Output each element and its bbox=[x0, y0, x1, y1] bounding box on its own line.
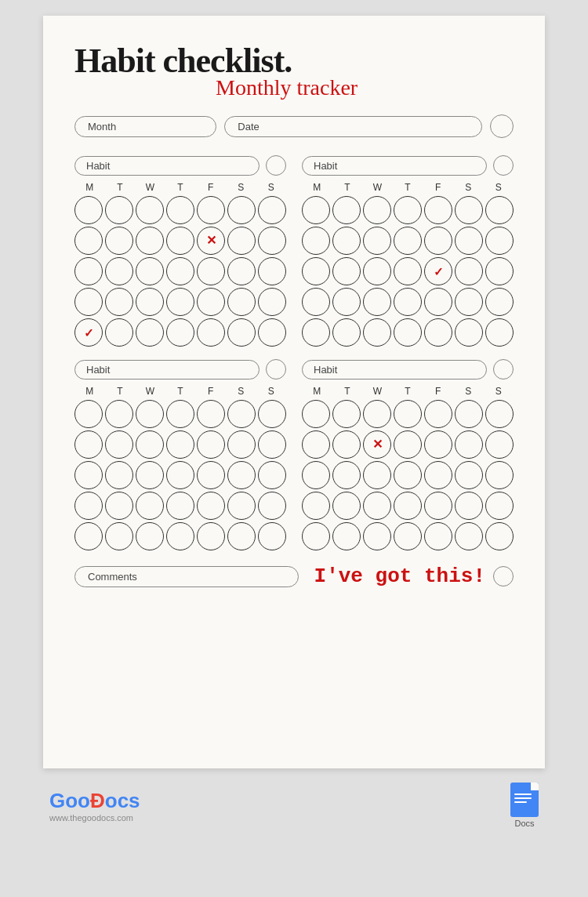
c4-3-3[interactable] bbox=[363, 461, 391, 489]
c4-2-7[interactable] bbox=[485, 430, 514, 459]
c4-4-5[interactable] bbox=[424, 492, 452, 520]
c4-5-7[interactable] bbox=[485, 522, 514, 550]
circle-1-4-6[interactable] bbox=[227, 288, 256, 316]
c3-2-4[interactable] bbox=[166, 430, 194, 459]
circle-1-2-3[interactable] bbox=[136, 227, 164, 255]
c4-4-7[interactable] bbox=[485, 492, 514, 520]
c4-3-6[interactable] bbox=[455, 461, 483, 489]
c3-4-4[interactable] bbox=[166, 492, 194, 520]
circle-1-1-4[interactable] bbox=[166, 196, 194, 224]
circle-1-5-6[interactable] bbox=[227, 318, 256, 347]
c3-3-3[interactable] bbox=[136, 461, 164, 489]
habit-label-2[interactable]: Habit bbox=[302, 156, 487, 176]
c4-1-1[interactable] bbox=[302, 400, 330, 428]
c4-2-3[interactable]: ✕ bbox=[363, 430, 391, 459]
c2-4-6[interactable] bbox=[455, 288, 483, 316]
circle-1-4-3[interactable] bbox=[136, 288, 164, 316]
c3-4-7[interactable] bbox=[258, 492, 286, 520]
c4-2-5[interactable] bbox=[424, 430, 452, 459]
c3-4-2[interactable] bbox=[105, 492, 133, 520]
circle-1-3-5[interactable] bbox=[197, 257, 225, 285]
c4-3-7[interactable] bbox=[485, 461, 514, 489]
c4-4-6[interactable] bbox=[455, 492, 483, 520]
c2-2-5[interactable] bbox=[424, 227, 452, 255]
c4-2-6[interactable] bbox=[455, 430, 483, 459]
c2-1-3[interactable] bbox=[363, 196, 391, 224]
c3-1-5[interactable] bbox=[197, 400, 225, 428]
c4-1-4[interactable] bbox=[394, 400, 422, 428]
c2-2-3[interactable] bbox=[363, 227, 391, 255]
c3-5-7[interactable] bbox=[258, 522, 286, 550]
c3-3-6[interactable] bbox=[227, 461, 256, 489]
c4-1-5[interactable] bbox=[424, 400, 452, 428]
c2-1-4[interactable] bbox=[394, 196, 422, 224]
c3-4-5[interactable] bbox=[197, 492, 225, 520]
c2-3-6[interactable] bbox=[455, 257, 483, 285]
circle-1-3-3[interactable] bbox=[136, 257, 164, 285]
circle-1-1-2[interactable] bbox=[105, 196, 133, 224]
c3-5-3[interactable] bbox=[136, 522, 164, 550]
circle-1-3-2[interactable] bbox=[105, 257, 133, 285]
c3-3-4[interactable] bbox=[166, 461, 194, 489]
c2-3-4[interactable] bbox=[394, 257, 422, 285]
c4-4-2[interactable] bbox=[332, 492, 361, 520]
c3-2-2[interactable] bbox=[105, 430, 133, 459]
c4-2-1[interactable] bbox=[302, 430, 330, 459]
habit-label-3[interactable]: Habit bbox=[74, 360, 260, 380]
c3-1-1[interactable] bbox=[74, 400, 103, 428]
c2-4-5[interactable] bbox=[424, 288, 452, 316]
c3-1-4[interactable] bbox=[166, 400, 194, 428]
c3-3-2[interactable] bbox=[105, 461, 133, 489]
circle-1-2-2[interactable] bbox=[105, 227, 133, 255]
c3-3-7[interactable] bbox=[258, 461, 286, 489]
c2-4-4[interactable] bbox=[394, 288, 422, 316]
circle-1-3-7[interactable] bbox=[258, 257, 286, 285]
c3-3-1[interactable] bbox=[74, 461, 103, 489]
c3-2-5[interactable] bbox=[197, 430, 225, 459]
c2-2-6[interactable] bbox=[455, 227, 483, 255]
c4-3-5[interactable] bbox=[424, 461, 452, 489]
c2-4-7[interactable] bbox=[485, 288, 514, 316]
c2-4-1[interactable] bbox=[302, 288, 330, 316]
c4-5-1[interactable] bbox=[302, 522, 330, 550]
c4-5-3[interactable] bbox=[363, 522, 391, 550]
c2-5-4[interactable] bbox=[394, 318, 422, 347]
c2-5-7[interactable] bbox=[485, 318, 514, 347]
circle-1-5-5[interactable] bbox=[197, 318, 225, 347]
circle-1-5-4[interactable] bbox=[166, 318, 194, 347]
c2-3-7[interactable] bbox=[485, 257, 514, 285]
circle-1-4-7[interactable] bbox=[258, 288, 286, 316]
c3-2-7[interactable] bbox=[258, 430, 286, 459]
c2-5-5[interactable] bbox=[424, 318, 452, 347]
circle-1-1-3[interactable] bbox=[136, 196, 164, 224]
c4-4-1[interactable] bbox=[302, 492, 330, 520]
c2-3-2[interactable] bbox=[332, 257, 361, 285]
circle-1-1-6[interactable] bbox=[227, 196, 256, 224]
habit-label-4[interactable]: Habit bbox=[302, 360, 487, 380]
c4-5-6[interactable] bbox=[455, 522, 483, 550]
c4-5-5[interactable] bbox=[424, 522, 452, 550]
c3-5-4[interactable] bbox=[166, 522, 194, 550]
c2-2-2[interactable] bbox=[332, 227, 361, 255]
c4-1-2[interactable] bbox=[332, 400, 361, 428]
circle-1-1-1[interactable] bbox=[74, 196, 103, 224]
date-field[interactable]: Date bbox=[224, 116, 482, 137]
c3-4-6[interactable] bbox=[227, 492, 256, 520]
c2-1-1[interactable] bbox=[302, 196, 330, 224]
c2-5-1[interactable] bbox=[302, 318, 330, 347]
c2-1-5[interactable] bbox=[424, 196, 452, 224]
circle-1-5-2[interactable] bbox=[105, 318, 133, 347]
c2-2-1[interactable] bbox=[302, 227, 330, 255]
circle-1-4-5[interactable] bbox=[197, 288, 225, 316]
c2-2-4[interactable] bbox=[394, 227, 422, 255]
c2-5-6[interactable] bbox=[455, 318, 483, 347]
circle-1-3-4[interactable] bbox=[166, 257, 194, 285]
c4-5-4[interactable] bbox=[394, 522, 422, 550]
c4-3-1[interactable] bbox=[302, 461, 330, 489]
c4-5-2[interactable] bbox=[332, 522, 361, 550]
c2-1-7[interactable] bbox=[485, 196, 514, 224]
comments-field[interactable]: Comments bbox=[74, 566, 299, 587]
c4-1-6[interactable] bbox=[455, 400, 483, 428]
circle-1-2-6[interactable] bbox=[227, 227, 256, 255]
c3-2-3[interactable] bbox=[136, 430, 164, 459]
